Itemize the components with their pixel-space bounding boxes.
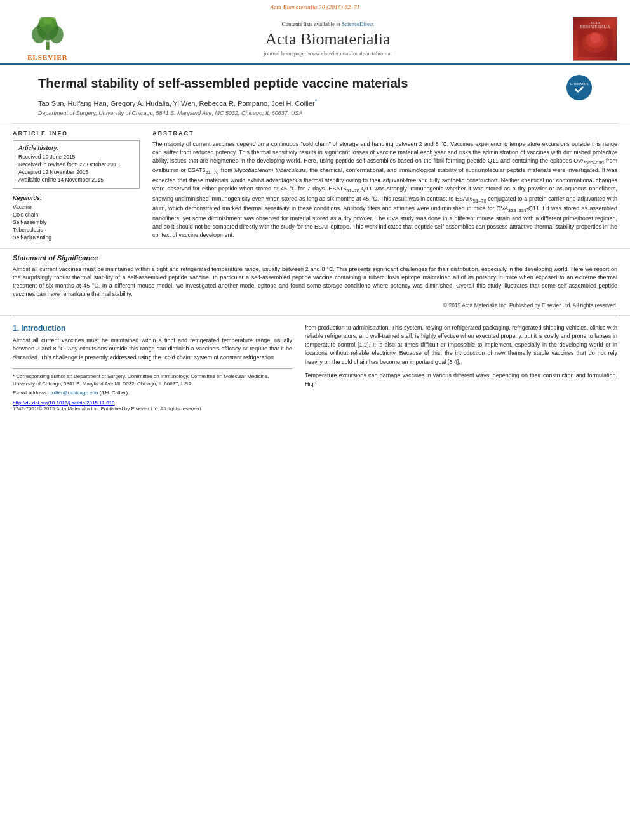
article-info-header: ARTICLE INFO <box>13 130 140 137</box>
keyword-4: Tuberculosis <box>13 227 140 233</box>
two-col-section: ARTICLE INFO Article history: Received 1… <box>0 124 630 249</box>
affiliation: Department of Surgery, University of Chi… <box>38 110 560 116</box>
footnote-email: E-mail address: collier@uchicago.edu (J.… <box>13 389 292 396</box>
corresponding-author-mark: * <box>315 98 318 104</box>
received-date: Received 19 June 2015 <box>18 154 134 160</box>
keyword-3: Self-assembly <box>13 219 140 225</box>
doi-link[interactable]: http://dx.doi.org/10.1016/j.actbio.2015.… <box>13 400 115 406</box>
abstract-col: ABSTRACT The majority of current vaccine… <box>152 130 617 242</box>
svg-point-11 <box>590 33 600 43</box>
sciencedirect-label: Contents lists available at ScienceDirec… <box>95 21 560 27</box>
intro-paragraph-3: Temperature excursions can damage vaccin… <box>305 371 617 389</box>
doi-line: http://dx.doi.org/10.1016/j.actbio.2015.… <box>13 400 292 406</box>
significance-text: Almost all current vaccines must be main… <box>13 265 617 298</box>
elsevier-tree-icon <box>22 17 73 52</box>
journal-cover-image: ACTA BIOMATERIALIA <box>573 17 617 61</box>
journal-title: Acta Biomaterialia <box>95 30 560 49</box>
body-left-col: 1. Introduction Almost all current vacci… <box>13 324 292 411</box>
significance-section: Statement of Significance Almost all cur… <box>0 249 630 316</box>
history-title: Article history: <box>18 145 134 151</box>
abstract-header: ABSTRACT <box>152 130 617 137</box>
revised-date: Received in revised form 27 October 2015 <box>18 161 134 168</box>
section-title: Introduction <box>21 324 65 333</box>
crossmark-icon: CrossMark <box>566 75 592 100</box>
intro-paragraph-2: from production to administration. This … <box>305 324 617 367</box>
page-wrapper: Acta Biomaterialia 30 (2016) 62–71 ELSEV… <box>0 0 630 418</box>
keywords-title: Keywords: <box>13 195 140 201</box>
article-section: Thermal stability of self-assembled pept… <box>0 65 630 123</box>
cover-text: ACTA BIOMATERIALIA <box>576 21 614 29</box>
svg-point-12 <box>568 77 590 98</box>
elsevier-brand-text: ELSEVIER <box>27 53 68 61</box>
introduction-section: 1. Introduction Almost all current vacci… <box>0 316 630 418</box>
issn-line: 1742-7061/© 2015 Acta Materialia Inc. Pu… <box>13 406 292 411</box>
journal-homepage: journal homepage: www.elsevier.com/locat… <box>95 50 560 57</box>
footnote-section: * Corresponding author at: Department of… <box>13 368 292 396</box>
body-right-col: from production to administration. This … <box>305 324 617 411</box>
abstract-text: The majority of current vaccines depend … <box>152 140 617 240</box>
article-history-box: Article history: Received 19 June 2015 R… <box>13 140 140 189</box>
elsevier-logo: ELSEVIER <box>13 17 83 61</box>
cover-graphic-icon <box>578 29 613 57</box>
keywords-box: Keywords: Vaccine Cold chain Self-assemb… <box>13 195 140 241</box>
email-link[interactable]: collier@uchicago.edu <box>50 390 98 396</box>
significance-title: Statement of Significance <box>13 254 617 262</box>
svg-rect-0 <box>46 41 50 50</box>
intro-section-title: 1. Introduction <box>13 324 292 333</box>
email-label: E-mail address: <box>13 390 48 396</box>
svg-text:CrossMark: CrossMark <box>570 82 589 86</box>
authors-text: Tao Sun, Huifang Han, Gregory A. Hudalla… <box>38 100 315 107</box>
copyright-line: © 2015 Acta Materialia Inc. Published by… <box>13 302 617 309</box>
article-info-col: ARTICLE INFO Article history: Received 1… <box>13 130 140 242</box>
journal-citation: Acta Biomaterialia 30 (2016) 62–71 <box>270 4 359 10</box>
journal-center: Contents lists available at ScienceDirec… <box>83 21 573 57</box>
authors-line: Tao Sun, Huifang Han, Gregory A. Hudalla… <box>38 98 560 107</box>
crossmark-svg: CrossMark <box>568 76 591 99</box>
sciencedirect-link[interactable]: ScienceDirect <box>342 21 373 27</box>
email-suffix: (J.H. Collier). <box>100 390 130 396</box>
keyword-1: Vaccine <box>13 204 140 210</box>
intro-paragraph-1: Almost all current vaccines must be main… <box>13 337 292 363</box>
section-number: 1. <box>13 324 19 333</box>
available-date: Available online 14 November 2015 <box>18 177 134 183</box>
crossmark-wrapper: CrossMark <box>566 75 592 100</box>
journal-citation-bar: Acta Biomaterialia 30 (2016) 62–71 <box>0 0 630 11</box>
accepted-date: Accepted 12 November 2015 <box>18 169 134 175</box>
footnote-text: * Corresponding author at: Department of… <box>13 373 269 386</box>
keyword-2: Cold chain <box>13 211 140 218</box>
keyword-5: Self-adjuvanting <box>13 234 140 241</box>
footnote-corresponding: * Corresponding author at: Department of… <box>13 373 292 387</box>
article-title: Thermal stability of self-assembled pept… <box>38 75 560 91</box>
journal-header: ELSEVIER Contents lists available at Sci… <box>0 11 630 65</box>
